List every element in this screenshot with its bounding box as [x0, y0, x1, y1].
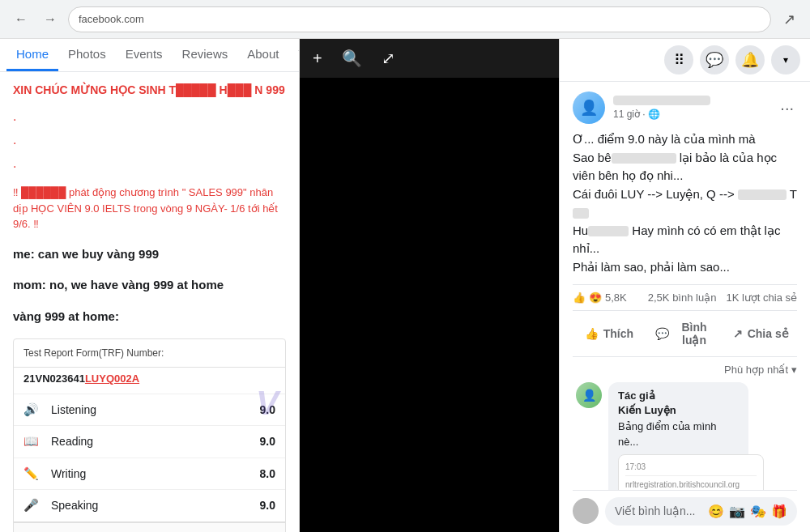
- grid-icon: ⠿: [674, 51, 684, 69]
- expand-button[interactable]: ⤢: [378, 45, 399, 71]
- comment-author: Tác giả Kiến Luyện: [618, 389, 739, 418]
- comment-placeholder: Viết bình luận...: [615, 505, 695, 518]
- comment-input-row: Viết bình luận... 😊 📷 🎭 🎁: [573, 490, 797, 532]
- photo-icon[interactable]: 📷: [729, 504, 745, 519]
- comment-text: Bảng điểm của mình nè...: [618, 419, 739, 449]
- speaking-row: 🎤 Speaking 9.0: [14, 489, 285, 521]
- messenger-icon-button[interactable]: 💬: [700, 45, 729, 74]
- share-button[interactable]: ↗: [778, 8, 800, 31]
- writing-label: Writing: [51, 466, 260, 483]
- speaking-icon: 🎤: [23, 496, 43, 515]
- post-text-line2: Sao bê lại bảo là của học viên bên họ đọ…: [573, 149, 797, 185]
- share-label: Chia sẻ: [748, 327, 789, 340]
- reading-label: Reading: [51, 433, 260, 450]
- post-text-line4: Hu Hay mình có có em thật lạc nhỉ...: [573, 222, 797, 258]
- zoom-in-button[interactable]: +: [309, 46, 326, 71]
- like-icon: 👍: [585, 327, 599, 340]
- sort-row[interactable]: Phù hợp nhất ▾: [573, 357, 797, 382]
- chevron-down-icon: ▾: [783, 54, 788, 66]
- sub-author-name: Kiến Luyện: [618, 404, 676, 416]
- joke-line2: mom: no, we have vàng 999 at home: [13, 276, 286, 295]
- reading-value: 9.0: [260, 433, 275, 450]
- like-button[interactable]: 👍 Thích: [573, 314, 646, 353]
- tab-about[interactable]: About: [237, 39, 288, 71]
- reading-icon: 📖: [23, 432, 43, 451]
- grid-icon-button[interactable]: ⠿: [664, 45, 693, 74]
- comment-button[interactable]: 💬 Bình luận: [649, 314, 722, 353]
- shares-count: 1K lượt chia sẻ: [726, 292, 797, 304]
- author-tag: Tác giả: [618, 389, 655, 402]
- tab-events[interactable]: Events: [116, 39, 173, 71]
- joke-line3: vàng 999 at home:: [13, 308, 286, 326]
- tab-reviews[interactable]: Reviews: [173, 39, 238, 71]
- image-viewer: + 🔍 ⤢: [300, 39, 559, 532]
- gift-icon[interactable]: 🎁: [771, 504, 787, 519]
- reading-row: 📖 Reading 9.0: [14, 425, 285, 458]
- overall-row: Overall 9.0: [14, 521, 285, 532]
- address-bar[interactable]: facebook.com: [68, 6, 771, 32]
- trf-label: Test Report Form(TRF) Number:: [14, 339, 285, 368]
- like-emoji: 👍: [573, 292, 586, 304]
- speaking-value: 9.0: [260, 497, 275, 514]
- comment-input-avatar: [573, 499, 599, 525]
- post-text: Ơ... điểm 9.0 này là của mình mà Sao bê …: [573, 130, 797, 276]
- sort-label: Phù hợp nhất: [724, 364, 788, 376]
- speaking-label: Speaking: [51, 497, 260, 514]
- listening-label: Listening: [51, 402, 260, 419]
- reactions-left: 👍 😍 5,8K: [573, 292, 627, 304]
- post-header: XIN CHÚC MỪNG HỌC SINH T█████ H███ N 999: [13, 82, 286, 99]
- post-text-line1: Ơ... điểm 9.0 này là của mình mà: [573, 130, 797, 149]
- emoji-icon[interactable]: 😊: [708, 504, 724, 519]
- love-emoji: 😍: [589, 292, 602, 304]
- main-content: Home Photos Events Reviews About Video X…: [0, 39, 810, 532]
- left-panel: Home Photos Events Reviews About Video X…: [0, 39, 300, 532]
- comment-label: Bình luận: [674, 321, 715, 347]
- author-meta: 11 giờ · 🌐: [613, 109, 777, 120]
- more-options-button[interactable]: ···: [777, 96, 797, 121]
- zoom-out-button[interactable]: 🔍: [339, 45, 365, 71]
- chevron-down-icon-button[interactable]: ▾: [771, 45, 800, 74]
- reactions-right: 2,5K bình luận 1K lượt chia sẻ: [648, 292, 797, 304]
- bell-icon: 🔔: [741, 51, 759, 69]
- address-text: facebook.com: [79, 13, 761, 25]
- tab-photos[interactable]: Photos: [58, 39, 116, 71]
- comment-icon: 💬: [655, 327, 669, 340]
- reactions-row: 👍 😍 5,8K 2,5K bình luận 1K lượt chia sẻ: [573, 284, 797, 311]
- image-toolbar: + 🔍 ⤢: [300, 39, 559, 78]
- bell-icon-button[interactable]: 🔔: [735, 45, 765, 74]
- reaction-count: 5,8K: [605, 292, 627, 304]
- image-area: [300, 78, 559, 532]
- listening-row: 🔊 Listening 9.0: [14, 394, 285, 426]
- promo-text: ‼ ██████ phát động chương trình " SALES …: [13, 185, 286, 232]
- listening-icon: 🔊: [23, 401, 43, 419]
- tab-video[interactable]: Video: [288, 39, 300, 71]
- commenter-avatar-icon: 👤: [582, 389, 596, 402]
- writing-row: ✏️ Writing 8.0: [14, 458, 285, 490]
- trf-number: 21VN023641LUYQ002A: [14, 368, 285, 394]
- comment-avatar: 👤: [576, 382, 602, 408]
- share-button[interactable]: ↗ Chia sẻ: [724, 314, 797, 353]
- post-bullets: . . .: [13, 105, 286, 175]
- author-name-blurred: [613, 96, 710, 105]
- writing-value: 8.0: [260, 466, 275, 483]
- browser-bar: ← → facebook.com ↗: [0, 0, 810, 39]
- writing-icon: ✏️: [23, 465, 43, 483]
- back-button[interactable]: ←: [10, 8, 32, 31]
- screenshot-time: 17:03: [625, 462, 757, 476]
- post-text-line3: Cái đuôi LUY --> Luyện, Q --> T: [573, 185, 797, 222]
- post-author-avatar: 👤: [573, 92, 605, 124]
- like-label: Thích: [603, 327, 633, 340]
- comment-input-icons: 😊 📷 🎭 🎁: [708, 504, 787, 519]
- forward-button[interactable]: →: [39, 8, 62, 31]
- sort-chevron-icon: ▾: [791, 364, 797, 376]
- comment-input-box[interactable]: Viết bình luận... 😊 📷 🎭 🎁: [605, 497, 797, 526]
- action-row: 👍 Thích 💬 Bình luận ↗ Chia sẻ: [573, 311, 797, 357]
- left-post-content: XIN CHÚC MỪNG HỌC SINH T█████ H███ N 999…: [0, 72, 299, 532]
- tab-home[interactable]: Home: [6, 39, 58, 71]
- author-info: 11 giờ · 🌐: [613, 96, 777, 120]
- right-panel: ⠿ 💬 🔔 ▾ 👤 11 giờ · 🌐: [559, 39, 810, 532]
- post-text-line5: Phải làm sao, phải làm sao...: [573, 258, 797, 277]
- right-post: 👤 11 giờ · 🌐 ··· Ơ... điểm 9.0 này là củ…: [560, 82, 810, 532]
- score-card: Test Report Form(TRF) Number: 21VN023641…: [13, 338, 286, 532]
- sticker-icon[interactable]: 🎭: [750, 504, 766, 519]
